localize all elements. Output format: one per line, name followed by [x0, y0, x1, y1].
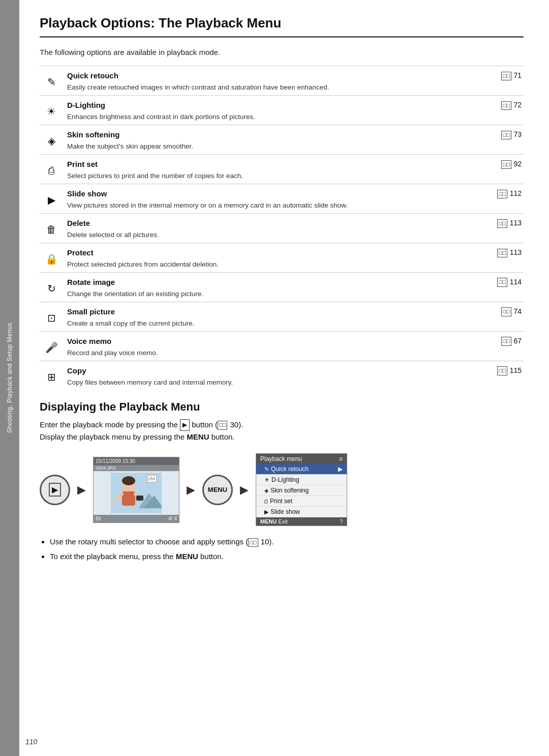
menu-desc-text-small-picture: Create a small copy of the current pictu… — [67, 318, 195, 331]
menu-name-text-quick-retouch: Quick retouch — [67, 71, 118, 80]
ref-box-delete: □□ — [497, 219, 507, 228]
svg-rect-8 — [136, 496, 143, 501]
menu-ref-skin-softening: □□ 73 — [483, 125, 524, 141]
desc-row-slide-show: View pictures stored in the internal mem… — [40, 200, 524, 214]
pm-item-label-4: Slide show — [270, 508, 300, 515]
menu-name-text-slide-show: Slide show — [67, 189, 107, 198]
photo-counter-num: 4/ 4 — [168, 516, 177, 521]
menu-ref-copy: □□ 115 — [483, 361, 524, 377]
copy-icon: ⊞ — [40, 361, 64, 390]
pm-item-label-3: Print set — [270, 498, 292, 505]
menu-row-voice-memo: 🎤 Voice memo □□ 67 — [40, 331, 524, 347]
photo-bottom-bar: IN 4/ 4 — [94, 515, 179, 522]
photo-date: 15/11/2009 15:30 — [96, 458, 135, 464]
bullet-2: To exit the playback menu, press the MEN… — [50, 551, 524, 563]
menu-ref-quick-retouch: □□ 71 — [483, 66, 524, 82]
ref-10-inline: □□ — [248, 538, 258, 547]
menu-desc-text-voice-memo: Record and play voice memo. — [67, 348, 158, 361]
pm-item-1: ☀D-Lighting — [256, 475, 347, 485]
svg-text:2M: 2M — [148, 476, 155, 481]
menu-name-text-delete: Delete — [67, 219, 90, 227]
menu-button-inline: MENU — [187, 432, 209, 441]
page-title-bar: Playback Options: The Playback Menu — [40, 15, 524, 38]
menu-item-desc-slide-show: View pictures stored in the internal mem… — [64, 200, 524, 214]
menu-item-desc-d-lighting: Enhances brightness and contrast in dark… — [64, 112, 524, 125]
quick-retouch-icon: ✎ — [40, 66, 64, 96]
bullet-1: Use the rotary multi selector to choose … — [50, 536, 524, 548]
pm-item-3: ⎙Print set — [256, 496, 347, 507]
menu-item-desc-small-picture: Create a small copy of the current pictu… — [64, 318, 524, 332]
menu-desc-text-rotate-image: Change the orientation of an existing pi… — [67, 289, 203, 302]
menu-item-name-delete: Delete — [64, 213, 483, 229]
menu-item-name-protect: Protect — [64, 243, 483, 259]
menu-desc-text-skin-softening: Make the subject's skin appear smoother. — [67, 141, 193, 154]
pm-item-label-0: Quick retouch — [271, 466, 309, 473]
photo-filename: 0004.JPG — [94, 465, 179, 471]
menu-item-desc-rotate-image: Change the orientation of an existing pi… — [64, 289, 524, 302]
menu-row-copy: ⊞ Copy □□ 115 — [40, 361, 524, 377]
menu-row-slide-show: ▶ Slide show □□ 112 — [40, 184, 524, 200]
menu-name-text-protect: Protect — [67, 248, 94, 257]
menu-item-desc-protect: Protect selected pictures from accidenta… — [64, 259, 524, 273]
menu-item-name-slide-show: Slide show — [64, 184, 483, 200]
menu-label: MENU — [208, 486, 227, 493]
menu-row-quick-retouch: ✎ Quick retouch □□ 71 — [40, 66, 524, 82]
menu-item-name-quick-retouch: Quick retouch — [64, 66, 483, 82]
small-picture-icon: ⊡ — [40, 302, 64, 331]
intro-text: The following options are available in p… — [40, 48, 524, 56]
menu-item-desc-voice-memo: Record and play voice memo. — [64, 348, 524, 361]
ref-30: □□ — [218, 421, 227, 429]
diagram-row: ▶ ▶ 15/11/2009 15:30 0004.JPG — [40, 453, 524, 526]
pm-item-icon-2: ◈ — [264, 487, 268, 494]
voice-memo-icon: 🎤 — [40, 331, 64, 361]
desc-row-quick-retouch: Easily create retouched images in which … — [40, 82, 524, 96]
menu-desc-text-copy: Copy files between memory card and inter… — [67, 377, 233, 390]
menu-item-desc-skin-softening: Make the subject's skin appear smoother. — [64, 141, 524, 155]
arrow2: ▶ — [187, 483, 195, 497]
pm-item-icon-0: ✎ — [264, 466, 269, 473]
side-tab-label: Shooting, Playback and Setup Menus — [6, 323, 13, 433]
ref-box-skin-softening: □□ — [501, 131, 511, 139]
menu-item-name-skin-softening: Skin softening — [64, 125, 483, 141]
skin-softening-icon: ◈ — [40, 125, 64, 154]
menu-desc-text-d-lighting: Enhances brightness and contrast in dark… — [67, 112, 255, 125]
pm-menu-icon: ≡ — [339, 455, 343, 462]
protect-icon: 🔒 — [40, 243, 64, 272]
page-container: Shooting, Playback and Setup Menus Playb… — [0, 0, 549, 756]
menu-row-small-picture: ⊡ Small picture □□ 74 — [40, 302, 524, 318]
desc-row-copy: Copy files between memory card and inter… — [40, 377, 524, 390]
ref-box-protect: □□ — [497, 249, 507, 257]
menu-name-text-rotate-image: Rotate image — [67, 278, 115, 286]
desc-row-d-lighting: Enhances brightness and contrast in dark… — [40, 112, 524, 125]
pm-item-icon-1: ☀ — [264, 477, 269, 483]
play-icon: ▶ — [49, 483, 61, 497]
menu-desc-text-print-set: Select pictures to print and the number … — [67, 171, 243, 184]
desc-row-rotate-image: Change the orientation of an existing pi… — [40, 289, 524, 302]
arrow1: ▶ — [77, 483, 86, 497]
ref-box-print-set: □□ — [501, 160, 511, 169]
main-content: Playback Options: The Playback Menu The … — [19, 0, 549, 756]
page-title: Playback Options: The Playback Menu — [40, 15, 281, 31]
menu-ref-d-lighting: □□ 72 — [483, 95, 524, 111]
desc-row-skin-softening: Make the subject's skin appear smoother. — [40, 141, 524, 155]
photo-top-bar: 15/11/2009 15:30 — [94, 457, 179, 465]
menu-item-name-small-picture: Small picture — [64, 302, 483, 318]
pm-item-icon-4: ▶ — [264, 509, 268, 515]
playback-menu-box: Playback menu ≡ ✎Quick retouch▶☀D-Lighti… — [256, 453, 347, 526]
menu-row-print-set: ⎙ Print set □□ 92 — [40, 154, 524, 170]
rotate-image-icon: ↻ — [40, 272, 64, 302]
menu-ref-small-picture: □□ 74 — [483, 302, 524, 318]
menu-item-name-voice-memo: Voice memo — [64, 331, 483, 347]
svg-rect-5 — [122, 491, 135, 506]
pm-footer: MENU Exit ? — [256, 517, 347, 526]
pm-item-4: ▶Slide show — [256, 507, 347, 517]
svg-point-4 — [122, 476, 135, 485]
menu-item-desc-print-set: Select pictures to print and the number … — [64, 171, 524, 184]
menu-item-desc-delete: Delete selected or all pictures. — [64, 230, 524, 243]
arrow3: ▶ — [240, 483, 249, 497]
menu-row-skin-softening: ◈ Skin softening □□ 73 — [40, 125, 524, 141]
menu-item-desc-quick-retouch: Easily create retouched images in which … — [64, 82, 524, 96]
menu-ref-delete: □□ 113 — [483, 213, 524, 229]
menu-name-text-print-set: Print set — [67, 160, 98, 168]
bullet-list: Use the rotary multi selector to choose … — [40, 536, 524, 562]
